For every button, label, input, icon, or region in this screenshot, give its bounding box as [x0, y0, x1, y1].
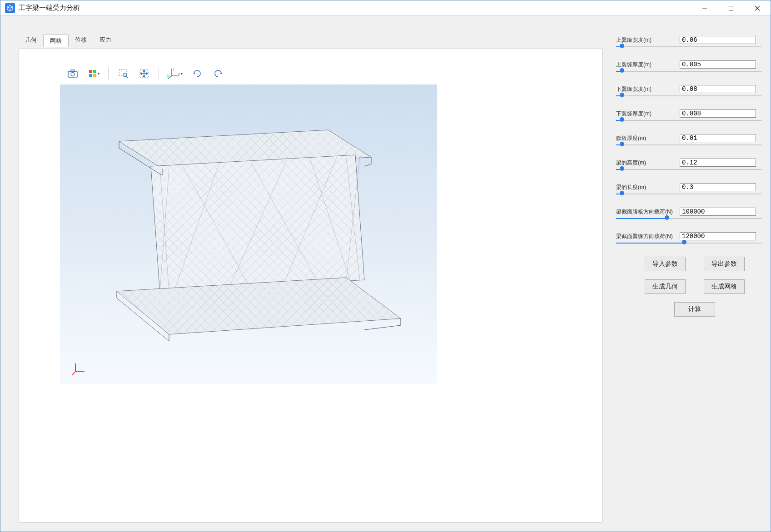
tab-mesh[interactable]: 网格 — [43, 35, 69, 47]
viewport-3d[interactable] — [60, 85, 437, 384]
svg-marker-20 — [146, 73, 148, 75]
rotate-cw-icon[interactable] — [191, 67, 204, 80]
svg-line-47 — [72, 372, 75, 375]
coord-gizmo-icon — [71, 361, 86, 376]
viewer-panel: ▾ zxy▾ — [19, 49, 602, 522]
svg-line-13 — [126, 76, 128, 78]
svg-point-5 — [71, 73, 75, 76]
svg-rect-8 — [93, 70, 96, 73]
param-slider-load_web_dir[interactable] — [616, 217, 761, 220]
param-top_flange_width: 上翼缘宽度(m) — [616, 36, 761, 49]
param-slider-beam_length[interactable] — [616, 192, 761, 196]
tab-geom[interactable]: 几何 — [19, 34, 43, 47]
param-label: 梁的高度(m) — [616, 159, 675, 167]
close-button[interactable] — [744, 0, 771, 16]
param-web_thick: 腹板厚度(m) — [616, 134, 761, 147]
param-input-beam_length[interactable] — [680, 183, 756, 191]
param-label: 梁截面翼缘方向载荷(N) — [616, 233, 675, 240]
tab-stress[interactable]: 应力 — [93, 34, 118, 47]
layers-icon[interactable]: ▾ — [87, 67, 100, 80]
param-label: 下翼缘宽度(m) — [616, 85, 675, 93]
svg-marker-17 — [143, 70, 145, 71]
mesh-rendering — [60, 85, 437, 384]
tab-bar: 几何 网格 位移 应力 — [19, 34, 602, 47]
param-label: 腹板厚度(m) — [616, 134, 675, 142]
param-slider-bot_flange_thick[interactable] — [616, 119, 761, 122]
axis-icon[interactable]: zxy▾ — [167, 67, 183, 80]
param-bot_flange_width: 下翼缘宽度(m) — [616, 85, 761, 98]
svg-text:y: y — [167, 74, 169, 78]
svg-marker-28 — [220, 73, 222, 75]
param-slider-bot_flange_width[interactable] — [616, 94, 761, 98]
svg-text:x: x — [178, 72, 180, 76]
svg-text:z: z — [173, 68, 174, 71]
tab-disp[interactable]: 位移 — [69, 34, 93, 47]
svg-marker-19 — [140, 73, 142, 75]
zoom-rect-icon[interactable] — [117, 67, 129, 80]
viewer-toolbar: ▾ zxy▾ — [60, 63, 437, 85]
param-slider-beam_height[interactable] — [616, 168, 761, 171]
param-slider-web_thick[interactable] — [616, 143, 761, 147]
svg-rect-10 — [93, 74, 96, 77]
svg-rect-1 — [729, 6, 733, 10]
rotate-ccw-icon[interactable] — [212, 67, 224, 80]
param-beam_length: 梁的长度(m) — [616, 183, 761, 196]
export-params-button[interactable]: 导出参数 — [704, 257, 745, 271]
svg-rect-11 — [119, 70, 126, 76]
param-input-load_web_dir[interactable] — [680, 208, 756, 216]
param-bot_flange_thick: 下翼缘厚度(m) — [616, 109, 761, 122]
compute-button[interactable]: 计算 — [674, 302, 715, 317]
param-beam_height: 梁的高度(m) — [616, 159, 761, 171]
param-load_flange_dir: 梁截面翼缘方向载荷(N) — [616, 232, 761, 245]
app-icon — [5, 3, 15, 13]
svg-marker-32 — [151, 155, 364, 293]
param-input-load_flange_dir[interactable] — [680, 232, 756, 240]
maximize-button[interactable] — [718, 0, 744, 16]
parameter-panel: 上翼缘宽度(m)上翼缘厚度(m)下翼缘宽度(m)下翼缘厚度(m)腹板厚度(m)梁… — [602, 34, 761, 522]
param-input-top_flange_thick[interactable] — [680, 60, 756, 69]
generate-mesh-button[interactable]: 生成网格 — [704, 279, 745, 294]
param-label: 梁的长度(m) — [616, 184, 675, 191]
param-slider-load_flange_dir[interactable] — [616, 241, 761, 245]
param-input-top_flange_width[interactable] — [680, 36, 756, 44]
svg-rect-7 — [89, 70, 92, 73]
param-label: 上翼缘厚度(m) — [616, 61, 675, 69]
svg-marker-18 — [143, 76, 145, 77]
minimize-button[interactable] — [691, 0, 718, 16]
param-label: 梁截面腹板方向载荷(N) — [616, 208, 675, 216]
camera-icon[interactable] — [66, 67, 79, 80]
generate-geometry-button[interactable]: 生成几何 — [645, 279, 686, 294]
svg-marker-27 — [193, 73, 195, 75]
param-label: 上翼缘宽度(m) — [616, 36, 675, 44]
param-input-beam_height[interactable] — [680, 159, 756, 167]
param-slider-top_flange_width[interactable] — [616, 45, 761, 49]
svg-rect-6 — [71, 70, 75, 72]
param-top_flange_thick: 上翼缘厚度(m) — [616, 60, 761, 73]
param-slider-top_flange_thick[interactable] — [616, 70, 761, 73]
param-input-bot_flange_thick[interactable] — [680, 109, 756, 118]
param-input-bot_flange_width[interactable] — [680, 85, 756, 93]
param-load_web_dir: 梁截面腹板方向载荷(N) — [616, 208, 761, 220]
param-label: 下翼缘厚度(m) — [616, 110, 675, 118]
window-title: 工字梁一端受力分析 — [19, 4, 80, 12]
import-params-button[interactable]: 导入参数 — [645, 257, 686, 271]
pan-icon[interactable] — [138, 67, 150, 80]
titlebar: 工字梁一端受力分析 — [0, 0, 771, 16]
svg-rect-9 — [89, 74, 92, 77]
param-input-web_thick[interactable] — [680, 134, 756, 142]
